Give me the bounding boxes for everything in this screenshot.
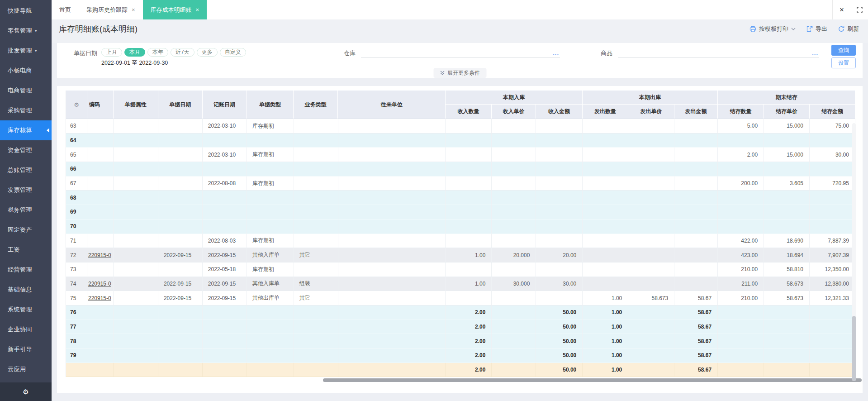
sidebar-item-9[interactable]: 发票管理 [0,180,52,200]
cell-biz_type [294,348,338,363]
cell-out_price [628,191,674,205]
table-row-4[interactable]: 672022-08-08库存期初200.003.605720.95 [66,177,855,191]
cell-out_price: 58.673 [628,291,674,306]
cell-book_date [203,306,247,320]
cell-doc_type [247,191,294,205]
cell-bal_price [764,334,810,348]
date-pill-4[interactable]: 更多 [197,48,218,57]
date-pill-5[interactable]: 自定义 [220,48,246,57]
fullscreen-icon[interactable] [851,7,868,13]
table-row-2[interactable]: 652022-03-10库存期初2.0015.00030.00 [66,148,855,162]
sidebar-item-1[interactable]: 零售管理▾ [0,21,52,41]
vertical-scrollbar-thumb[interactable] [852,316,856,381]
tab-1[interactable]: 采购历史价跟踪× [79,0,143,19]
cell-num: 68 [66,191,87,205]
cell-in_amt: 50.00 [536,320,583,334]
date-pill-2[interactable]: 本年 [147,48,168,57]
cell-doc_date [158,320,203,334]
cell-in_qty: 2.00 [446,306,492,320]
product-input[interactable]: ... [618,48,819,57]
gear-icon[interactable]: ⚙ [23,388,28,396]
sidebar-item-7[interactable]: 资金管理 [0,140,52,160]
header-group-cols: 收入数量收入单价收入金额 [446,105,583,119]
product-picker-ellipsis-icon[interactable]: ... [812,50,818,56]
query-button[interactable]: 查询 [831,45,856,56]
cell-out_qty: 1.00 [583,363,628,377]
sidebar-item-14[interactable]: 基础信息 [0,280,52,300]
table-row-7[interactable]: 70 [66,220,855,234]
sidebar-item-12[interactable]: 工资 [0,240,52,260]
header-group-0: 本期入库收入数量收入单价收入金额 [446,91,583,119]
table-row-16[interactable]: 792.0050.001.0058.67 [66,348,855,363]
sidebar-item-3[interactable]: 小畅电商 [0,61,52,81]
document-link[interactable]: 220915-0 [88,281,111,287]
cell-out_price [628,363,674,377]
table-row-12[interactable]: 75220915-02022-09-152022-09-15其他出库单其它1.0… [66,291,855,306]
cell-book_date: 2022-08-03 [203,234,247,248]
sidebar-item-10[interactable]: 税务管理 [0,200,52,220]
cell-bal_qty [718,363,764,377]
table-row-8[interactable]: 712022-08-03库存期初422.0018.6907,887.39 [66,234,855,248]
cell-attr [114,234,158,248]
cell-book_date: 2022-09-15 [203,248,247,263]
date-pill-3[interactable]: 近7天 [171,48,194,57]
print-by-template-button[interactable]: 按模板打印 [749,25,796,33]
sidebar-item-2[interactable]: 批发管理▾ [0,41,52,61]
cell-bal_qty: 2.00 [718,148,764,162]
cell-attr [114,148,158,162]
table-row-13[interactable]: 762.0050.001.0058.67 [66,306,855,320]
sidebar-item-17[interactable]: 新手引导 [0,339,52,359]
sidebar-item-15[interactable]: 系统管理 [0,300,52,320]
sidebar-item-4[interactable]: 电商管理 [0,81,52,100]
cell-bal_amt [810,334,855,348]
table-row-3[interactable]: 66 [66,162,855,177]
tab-2[interactable]: 库存成本明细账× [143,0,207,19]
table-row-11[interactable]: 74220915-02022-09-152022-09-15其他入库单组装1.0… [66,277,855,291]
table-row-17[interactable]: 2.0050.001.0058.67 [66,363,855,377]
cell-bal_qty [718,162,764,177]
sidebar-item-13[interactable]: 经营管理 [0,260,52,280]
cell-partner [338,363,446,377]
document-link[interactable]: 220915-0 [88,252,111,258]
close-icon[interactable]: × [833,5,851,14]
sidebar-item-18[interactable]: 云应用 [0,359,52,379]
warehouse-input[interactable]: ... [361,48,560,57]
table-row-1[interactable]: 64 [66,134,855,148]
tab-close-icon[interactable]: × [132,7,135,13]
sidebar-item-11[interactable]: 固定资产 [0,220,52,240]
cell-out_qty: 1.00 [583,348,628,363]
tab-0[interactable]: 首页 [52,0,79,19]
cell-num: 75 [66,291,87,306]
warehouse-picker-ellipsis-icon[interactable]: ... [553,50,559,56]
date-pill-0[interactable]: 上月 [101,48,122,57]
date-pill-1[interactable]: 本月 [124,48,145,57]
horizontal-scrollbar-thumb[interactable] [323,378,862,382]
cell-doc_date [158,134,203,148]
table-row-10[interactable]: 732022-05-18库存期初210.0058.81012,350.00 [66,263,855,277]
cell-in_price [492,291,536,306]
sidebar-item-16[interactable]: 企业协同 [0,320,52,339]
table-row-14[interactable]: 772.0050.001.0058.67 [66,320,855,334]
tab-close-icon[interactable]: × [196,7,199,13]
table-row-6[interactable]: 69 [66,205,855,220]
column-settings-icon[interactable]: ⚙ [74,101,79,108]
chevron-down-icon[interactable] [791,28,796,30]
table-row-0[interactable]: 632022-03-10库存期初5.0015.00075.00 [66,119,855,134]
date-range-value[interactable]: 2022-09-01 至 2022-09-30 [101,59,168,67]
export-button[interactable]: 导出 [806,25,827,33]
table-row-5[interactable]: 68 [66,191,855,205]
expand-more-button[interactable]: 展开更多条件 [433,68,486,78]
document-link[interactable]: 220915-0 [88,295,111,301]
sidebar-item-8[interactable]: 总账管理 [0,160,52,180]
table-row-9[interactable]: 72220915-02022-09-152022-09-15其他入库单其它1.0… [66,248,855,263]
cell-in_price [492,220,536,234]
table-row-15[interactable]: 782.0050.001.0058.67 [66,334,855,348]
settings-button[interactable]: 设置 [831,57,856,68]
cell-doc_date: 2022-09-15 [158,277,203,291]
date-pills: 上月本月本年近7天更多自定义 [101,48,246,57]
sidebar-item-6[interactable]: 库存核算 [0,120,52,140]
sidebar-item-0[interactable]: 快捷导航 [0,1,52,21]
sidebar-item-5[interactable]: 采购管理 [0,100,52,120]
sidebar-item-label: 系统管理 [8,306,32,314]
refresh-button[interactable]: 刷新 [838,25,859,33]
